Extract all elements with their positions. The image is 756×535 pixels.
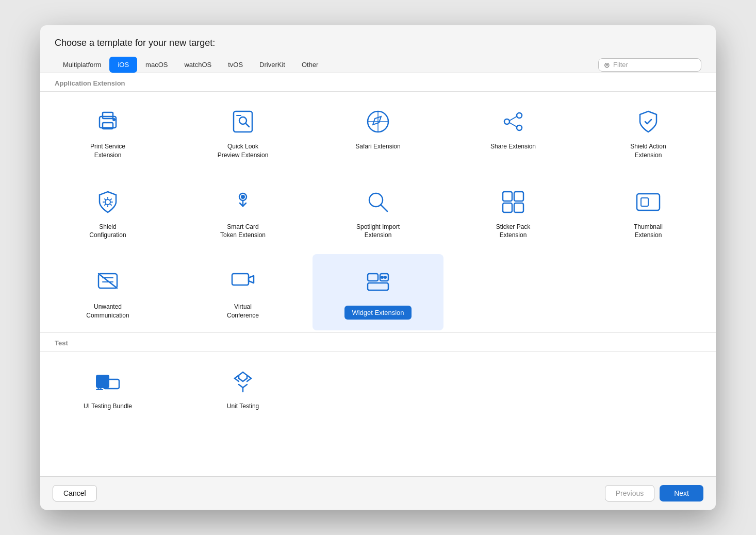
svg-point-21: [241, 195, 244, 198]
unit-testing-label: Unit Testing: [227, 402, 259, 411]
grid-item-smart-card[interactable]: Smart CardToken Extension: [177, 174, 308, 250]
svg-point-11: [517, 113, 522, 118]
shield-action-label: Shield ActionExtension: [630, 142, 666, 160]
svg-point-12: [517, 125, 522, 130]
svg-point-16: [105, 199, 110, 205]
unwanted-icon: [92, 266, 123, 297]
svg-rect-26: [503, 203, 512, 212]
svg-rect-4: [234, 111, 252, 132]
svg-point-38: [381, 276, 383, 278]
dialog-header: Choose a template for your new target:: [40, 25, 716, 57]
spotlight-icon: [363, 187, 393, 218]
grid-item-shield-action[interactable]: Shield ActionExtension: [583, 94, 714, 170]
grid-item-safari[interactable]: Safari Extension: [313, 94, 443, 170]
app-extension-grid: Print ServiceExtension Quick LookPreview…: [40, 92, 716, 332]
svg-rect-25: [514, 192, 523, 201]
quick-look-label: Quick LookPreview Extension: [218, 142, 269, 160]
ui-testing-icon: [92, 366, 123, 397]
spotlight-label: Spotlight ImportExtension: [356, 223, 400, 240]
print-service-label: Print ServiceExtension: [90, 142, 125, 160]
widget-tooltip: Widget Extension: [344, 306, 411, 320]
grid-item-sticker[interactable]: Sticker PackExtension: [448, 174, 579, 250]
grid-item-unwanted[interactable]: UnwantedCommunication: [42, 254, 173, 330]
filter-input[interactable]: [613, 61, 696, 69]
smart-card-label: Smart CardToken Extension: [220, 223, 266, 240]
template-dialog: Choose a template for your new target: M…: [40, 25, 716, 510]
smart-card-icon: [227, 187, 258, 218]
tab-tvos[interactable]: tvOS: [220, 57, 251, 73]
grid-item-unit-testing[interactable]: Unit Testing: [177, 354, 308, 421]
shield-config-icon: [92, 187, 123, 218]
grid-item-thumbnail[interactable]: ThumbnailExtension: [583, 174, 714, 250]
share-icon: [498, 106, 529, 137]
safari-icon: [363, 106, 393, 137]
tab-other[interactable]: Other: [293, 57, 327, 73]
thumbnail-icon: [633, 187, 664, 218]
shield-config-label: ShieldConfiguration: [89, 223, 126, 240]
sticker-icon: [498, 187, 529, 218]
quick-look-icon: [227, 106, 258, 137]
previous-button[interactable]: Previous: [605, 485, 654, 501]
footer-right: Previous Next: [605, 485, 703, 501]
shield-action-icon: [633, 106, 664, 137]
svg-rect-35: [368, 274, 378, 281]
svg-point-3: [113, 119, 115, 121]
svg-rect-29: [641, 198, 648, 206]
svg-rect-40: [96, 375, 109, 388]
tab-macos[interactable]: macOS: [137, 57, 176, 73]
svg-point-13: [504, 119, 510, 124]
grid-item-print-service[interactable]: Print ServiceExtension: [42, 94, 173, 170]
svg-line-33: [98, 274, 117, 288]
sticker-label: Sticker PackExtension: [496, 223, 531, 240]
ui-testing-label: UI Testing Bundle: [84, 402, 132, 411]
next-button[interactable]: Next: [660, 485, 703, 501]
filter-icon: ⊜: [604, 61, 610, 69]
dialog-title: Choose a template for your new target:: [55, 38, 701, 48]
tab-driverkit[interactable]: DriverKit: [251, 57, 293, 73]
svg-line-6: [245, 123, 249, 127]
grid-item-shield-config[interactable]: ShieldConfiguration: [42, 174, 173, 250]
print-service-icon: [92, 106, 123, 137]
grid-item-spotlight[interactable]: Spotlight ImportExtension: [313, 174, 443, 250]
grid-item-quick-look[interactable]: Quick LookPreview Extension: [177, 94, 308, 170]
svg-line-23: [381, 205, 387, 211]
filter-area: ⊜: [598, 58, 701, 72]
safari-label: Safari Extension: [355, 142, 400, 151]
tab-multiplatform[interactable]: Multiplatform: [55, 57, 109, 73]
widget-icon: [363, 266, 393, 297]
virtual-conference-icon: [227, 266, 258, 297]
svg-line-15: [510, 123, 517, 127]
svg-point-39: [384, 276, 386, 278]
grid-item-ui-testing[interactable]: UI Testing Bundle: [42, 354, 173, 421]
tab-list: Multiplatform iOS macOS watchOS tvOS Dri…: [55, 57, 596, 73]
svg-line-14: [510, 116, 517, 121]
dialog-footer: Cancel Previous Next: [40, 476, 716, 510]
unit-testing-icon: [227, 366, 258, 397]
section-header-test: Test: [40, 332, 716, 352]
svg-rect-34: [232, 274, 249, 285]
grid-item-virtual-conference[interactable]: VirtualConference: [177, 254, 308, 330]
tab-watchos[interactable]: watchOS: [176, 57, 220, 73]
unwanted-label: UnwantedCommunication: [86, 303, 129, 320]
grid-item-share[interactable]: Share Extension: [448, 94, 579, 170]
grid-item-widget[interactable]: Widget Extension: [313, 254, 443, 330]
tab-ios[interactable]: iOS: [109, 57, 137, 73]
share-label: Share Extension: [490, 142, 536, 151]
test-grid: UI Testing Bundle Unit Testing: [40, 352, 716, 423]
svg-rect-24: [503, 192, 512, 201]
virtual-conference-label: VirtualConference: [227, 303, 259, 320]
content-area: Application Extension Print ServiceExten…: [40, 73, 716, 476]
svg-rect-27: [514, 203, 523, 212]
tab-bar: Multiplatform iOS macOS watchOS tvOS Dri…: [40, 57, 716, 73]
section-header-app-extension: Application Extension: [40, 73, 716, 92]
thumbnail-label: ThumbnailExtension: [634, 223, 663, 240]
cancel-button[interactable]: Cancel: [53, 485, 97, 501]
svg-rect-36: [368, 283, 388, 290]
svg-rect-1: [103, 112, 113, 119]
